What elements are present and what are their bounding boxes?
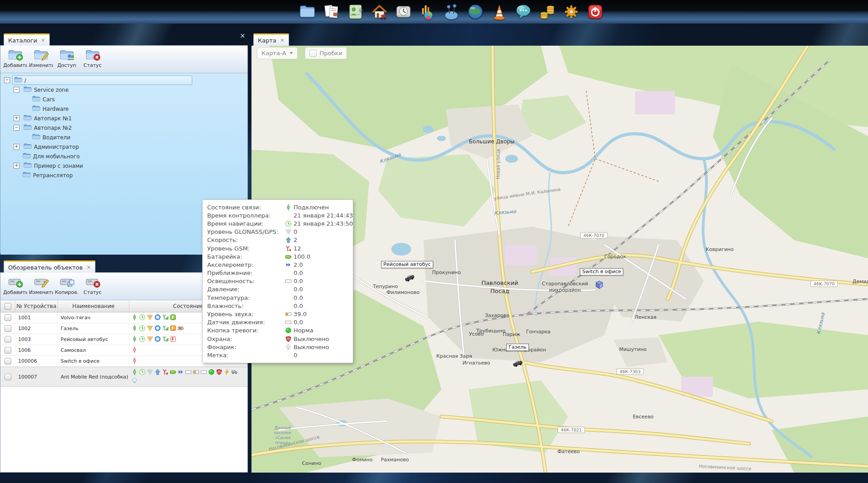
tree-item[interactable]: Hardware: [0, 104, 247, 114]
select-all-checkbox[interactable]: [5, 303, 11, 310]
row-checkbox[interactable]: [5, 358, 11, 365]
tree-item[interactable]: −Service zone: [0, 85, 247, 95]
gsm-red-icon: [162, 369, 169, 377]
tree-item[interactable]: Cars: [0, 95, 247, 104]
gps-blue-icon: [154, 314, 161, 322]
table-row[interactable]: 100007Ant Mobile Red (подсобка): [0, 367, 247, 387]
dev-copy-button[interactable]: Копиров.: [55, 275, 79, 295]
tree-item[interactable]: +Автопарк №1: [0, 114, 247, 123]
tree-item[interactable]: −/: [0, 76, 247, 85]
button-label: Статус: [84, 62, 102, 68]
fan-orange-icon: [147, 336, 153, 344]
fan-gray-icon: [285, 228, 294, 235]
panel-group-close-icon[interactable]: ×: [240, 32, 246, 40]
status-label: Температура:: [207, 294, 285, 301]
row-checkbox[interactable]: [5, 374, 11, 380]
cone-icon[interactable]: [490, 3, 508, 21]
row-checkbox[interactable]: [5, 347, 11, 354]
map-label: Посад: [490, 288, 509, 294]
folder-access-button[interactable]: Доступ: [55, 48, 79, 68]
traffic-toggle[interactable]: Пробки: [305, 47, 347, 59]
traffic-checkbox[interactable]: [309, 50, 317, 57]
tree-expand-icon[interactable]: +: [14, 144, 19, 150]
status-value: 0.0: [294, 303, 303, 309]
svg-text:46К-7021: 46К-7021: [561, 427, 582, 432]
map-type-dropdown[interactable]: Карта-А: [257, 47, 298, 59]
map-marker-label[interactable]: Газель: [506, 344, 529, 351]
tree-item-label: Hardware: [43, 106, 69, 112]
joystick-icon[interactable]: [442, 3, 460, 21]
tree-item-label: Ретранслятор: [33, 172, 73, 179]
messages-icon[interactable]: [514, 3, 532, 21]
device-id: 1002: [15, 323, 58, 334]
dev-edit-button[interactable]: Изменить: [29, 275, 53, 295]
plug-green-icon: [131, 325, 138, 333]
tree-collapse-icon[interactable]: −: [14, 87, 19, 93]
status-value: 21 января 21:43:50: [294, 220, 353, 227]
tree-expand-icon[interactable]: +: [14, 163, 19, 169]
home-icon[interactable]: [370, 3, 389, 21]
device-id: 100006: [15, 356, 58, 366]
folder-icon: [24, 114, 34, 122]
row-checkbox[interactable]: [5, 314, 11, 321]
map-label: Фатеево: [557, 449, 580, 455]
tab-catalogs-close-icon[interactable]: ×: [41, 38, 45, 43]
box-empty-icon: [285, 319, 294, 326]
power-icon[interactable]: [586, 3, 604, 21]
arrow-up-blue-icon: [285, 237, 294, 243]
tab-object-browser[interactable]: Обозреватель объектов ×: [4, 260, 95, 273]
row-checkbox[interactable]: [5, 325, 11, 332]
tab-map-close-icon[interactable]: ×: [280, 38, 285, 43]
device-name: Volvo-тягач: [58, 313, 129, 323]
status-row: Приближение:0.0: [207, 269, 350, 277]
map-label: Городок: [604, 254, 626, 260]
map-marker-label[interactable]: Рейсовый автобус: [381, 261, 433, 268]
tree-expand-icon[interactable]: +: [14, 115, 19, 121]
finance-icon[interactable]: [538, 3, 556, 21]
status-label: Метка:: [207, 352, 285, 359]
folder-icon[interactable]: [299, 3, 317, 21]
accel-blue-icon: [177, 369, 184, 377]
tree-collapse-icon[interactable]: −: [4, 77, 10, 83]
folder-status-button[interactable]: Статус: [81, 48, 104, 68]
map-type-value: Карта-А: [261, 50, 286, 57]
status-label: Время навигации:: [207, 220, 285, 227]
catalogs-toolbar: ДобавитьИзменитьДоступСтатус: [0, 46, 247, 73]
svg-text:46К-7070: 46К-7070: [814, 281, 835, 286]
device-marker-icon[interactable]: [594, 280, 605, 291]
device-name: Газель: [58, 323, 129, 334]
tree-item[interactable]: Ретранслятор: [0, 170, 247, 180]
tree-item[interactable]: Водители: [0, 133, 247, 142]
dev-status-button[interactable]: Статус: [81, 275, 104, 295]
status-label: Скорость:: [207, 237, 285, 243]
road-ref-badge: 46К-7070: [580, 232, 607, 238]
status-value: 0.0: [294, 278, 303, 284]
tree-item[interactable]: +Пример с зонами: [0, 161, 247, 170]
map-marker-label[interactable]: Switch в офисе: [580, 268, 623, 275]
dev-add-button[interactable]: Добавить: [3, 275, 27, 295]
settings-icon[interactable]: [562, 3, 580, 21]
map-label: Филимоново: [387, 289, 420, 295]
bulb-gray-icon: [131, 377, 138, 385]
status-value: Выключено: [294, 336, 329, 342]
tree-item[interactable]: +Администратор: [0, 142, 247, 152]
tree-item[interactable]: −Автопарк №2: [0, 123, 247, 133]
contacts-icon[interactable]: @: [346, 3, 365, 21]
tab-object-browser-close-icon[interactable]: ×: [86, 265, 91, 270]
statistics-icon[interactable]: [418, 3, 436, 21]
traffic-label: Пробки: [320, 50, 342, 57]
folder-add-button[interactable]: Добавить: [3, 48, 27, 68]
tab-map[interactable]: Карта ×: [253, 33, 289, 46]
tree-collapse-icon[interactable]: −: [14, 125, 19, 131]
history-icon[interactable]: [394, 3, 413, 21]
road-ref-badge: 46К-7303: [617, 369, 644, 374]
folder-edit-button[interactable]: Изменить: [29, 48, 53, 68]
globe-icon[interactable]: [466, 3, 484, 21]
documents-icon[interactable]: [323, 3, 341, 21]
svg-text:46К-7070: 46К-7070: [583, 233, 604, 238]
clock-green-icon: [139, 325, 146, 333]
row-checkbox[interactable]: [5, 336, 11, 343]
tab-catalogs[interactable]: Каталоги ×: [4, 33, 50, 46]
tab-catalogs-label: Каталоги: [8, 37, 37, 44]
tree-item[interactable]: Для мобильного: [0, 152, 247, 161]
